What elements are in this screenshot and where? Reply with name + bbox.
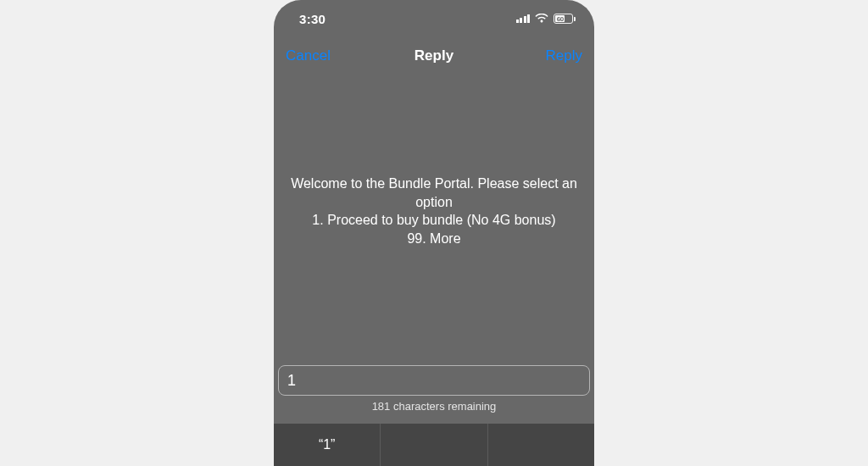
wifi-icon [535,14,548,24]
keyboard-suggestion-2[interactable] [381,424,487,466]
status-icons: 60 [516,14,576,24]
input-section: 181 characters remaining [278,365,590,413]
nav-bar: Cancel Reply Reply [274,37,594,75]
battery-icon: 60 [554,14,576,24]
status-time: 3:30 [299,12,326,26]
cellular-icon [516,14,531,23]
reply-button[interactable]: Reply [531,47,582,64]
keyboard-suggestions: “1” [274,424,594,466]
keyboard-suggestion-1[interactable]: “1” [274,424,381,466]
keyboard-suggestion-3[interactable] [488,424,594,466]
ussd-message: Welcome to the Bundle Portal. Please sel… [274,75,594,247]
status-bar: 3:30 60 [274,0,594,37]
page-title: Reply [415,47,453,64]
characters-remaining: 181 characters remaining [278,400,590,413]
cancel-button[interactable]: Cancel [286,47,337,64]
ussd-line-2: 1. Proceed to buy bundle (No 4G bonus) [291,211,577,230]
ussd-line-3: 99. More [291,230,577,248]
battery-level: 60 [555,15,565,22]
phone-screen: 3:30 60 Cancel Reply Reply Welcome to th… [274,0,594,466]
ussd-input[interactable] [278,365,590,396]
ussd-line-1: Welcome to the Bundle Portal. Please sel… [291,175,577,211]
